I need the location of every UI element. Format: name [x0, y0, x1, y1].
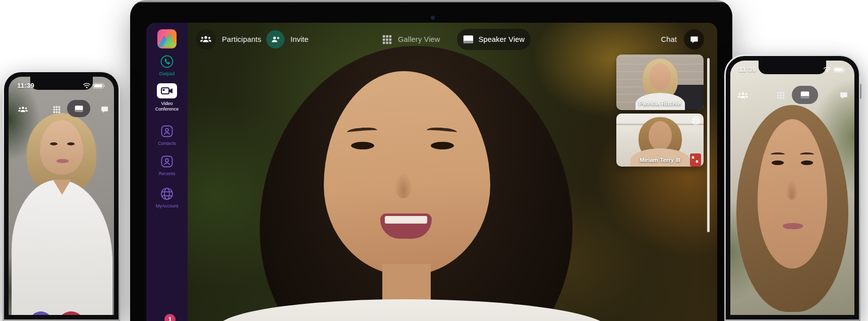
sidebar-item-video-conference[interactable]: Video Conference	[146, 83, 188, 113]
caller-torso	[12, 180, 112, 315]
invite-button[interactable]: Invite	[266, 28, 309, 51]
gallery-view-button[interactable]: Gallery View	[382, 28, 440, 51]
notification-badge: 1	[164, 314, 176, 321]
participants-icon	[196, 29, 216, 49]
chat-icon[interactable]	[100, 105, 109, 114]
battery-icon	[93, 83, 105, 89]
dialpad-phone-icon	[160, 55, 174, 69]
phone-toolbar	[9, 100, 114, 119]
sidebar-label-myaccount: MyAccount	[150, 203, 184, 209]
sidebar-item-contacts[interactable]: Contacts	[146, 124, 188, 146]
gallery-grid-icon	[382, 35, 392, 44]
scene: Participants Invite	[0, 0, 868, 321]
participant-face	[649, 121, 672, 150]
wifi-icon	[823, 67, 831, 73]
video-off-button[interactable]	[29, 311, 52, 315]
chat-icon[interactable]	[839, 91, 848, 100]
phone-bezel: 11:39	[4, 72, 119, 319]
wifi-icon	[83, 83, 91, 89]
sidebar-label-dialpad: Dialpad	[150, 71, 184, 77]
participant-name: Patricia Ritchie	[616, 100, 704, 106]
participants-label: Participants	[222, 35, 261, 43]
speaker-view-label: Speaker View	[479, 35, 525, 43]
participant-name: Miriam Terry III	[616, 157, 704, 163]
clock-text: 11:39	[17, 82, 34, 89]
participants-icon[interactable]	[18, 104, 28, 115]
laptop-camera-dot	[431, 16, 435, 20]
chat-label: Chat	[661, 35, 677, 43]
sidebar-label-video-conference: Video Conference	[150, 101, 184, 113]
sidebar: Dialpad Video Conference	[146, 23, 188, 321]
phone-side-button	[860, 84, 861, 99]
laptop-device: Participants Invite	[130, 0, 732, 321]
end-call-button[interactable]	[57, 311, 85, 315]
invite-person-add-icon	[266, 30, 284, 48]
status-bar: 11:39	[730, 66, 854, 73]
participants-button[interactable]: Participants	[196, 28, 261, 51]
participants-icon[interactable]	[737, 90, 748, 101]
speaker-view-icon	[463, 35, 474, 44]
status-bar: 11:39	[9, 82, 114, 89]
sidebar-item-dialpad[interactable]: Dialpad	[146, 55, 188, 77]
video-camera-icon	[157, 83, 177, 98]
scrollbar[interactable]	[707, 58, 710, 232]
phone-left-device: 11:39	[3, 71, 120, 321]
phone-right-device: 11:39	[724, 55, 860, 321]
chat-icon	[684, 29, 704, 49]
gallery-grid-icon[interactable]	[53, 106, 61, 114]
invite-label: Invite	[291, 35, 309, 43]
globe-badge-icon	[691, 117, 700, 125]
phone-left-screen: 11:39	[9, 77, 114, 315]
gallery-view-label: Gallery View	[398, 35, 440, 43]
contact-card-icon	[160, 124, 174, 138]
globe-icon	[160, 187, 174, 201]
speaker-view-button[interactable]	[67, 100, 90, 117]
sidebar-label-contacts: Contacts	[150, 141, 184, 146]
recent-contact-icon	[160, 154, 174, 169]
participant-tile-miriam[interactable]: Miriam Terry III	[616, 114, 704, 167]
sidebar-label-recents: Recents	[150, 171, 184, 177]
sidebar-item-myaccount[interactable]: MyAccount	[146, 187, 188, 209]
chat-button[interactable]: Chat	[661, 28, 704, 51]
sidebar-item-recents[interactable]: Recents	[146, 154, 188, 177]
speaker-view-button[interactable]	[792, 86, 818, 104]
laptop-screen: Participants Invite	[146, 23, 717, 321]
conference-toolbar: Participants Invite	[146, 28, 717, 51]
speaker-view-button[interactable]: Speaker View	[457, 29, 531, 50]
phone-bezel: 11:39	[726, 56, 859, 319]
call-controls	[15, 311, 114, 315]
app-logo[interactable]	[157, 29, 177, 48]
battery-icon	[833, 67, 846, 73]
participant-tile-patricia[interactable]: Patricia Ritchie	[616, 55, 704, 110]
participant-face	[650, 63, 671, 90]
phone-toolbar	[730, 86, 854, 105]
gallery-grid-icon[interactable]	[777, 91, 785, 99]
phone-right-screen: 11:39	[730, 61, 854, 315]
clock-text: 11:39	[739, 66, 756, 73]
